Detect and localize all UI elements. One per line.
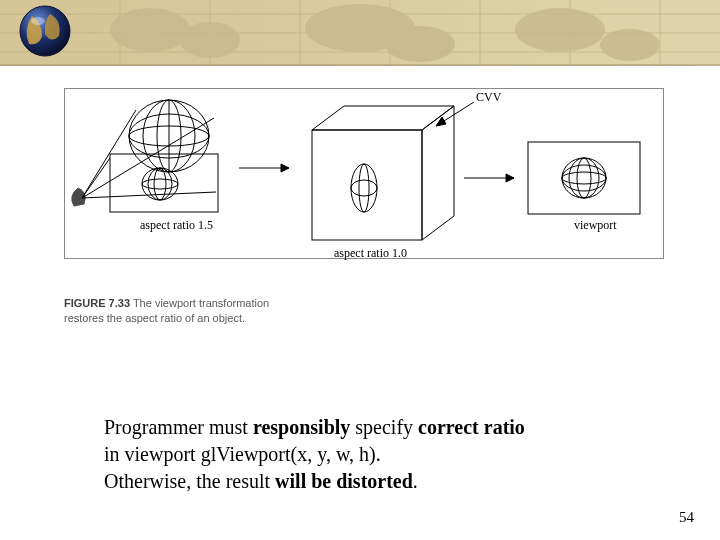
- svg-rect-30: [110, 154, 218, 212]
- svg-rect-19: [65, 89, 664, 259]
- svg-rect-37: [312, 130, 422, 240]
- svg-point-51: [577, 158, 591, 198]
- body-line-2: in viewport glViewport(x, y, w, h).: [104, 441, 624, 468]
- svg-point-31: [142, 168, 178, 200]
- svg-point-34: [148, 168, 172, 200]
- slide-banner: [0, 0, 720, 66]
- svg-point-15: [600, 29, 660, 61]
- svg-point-32: [142, 179, 178, 189]
- svg-point-40: [351, 164, 377, 212]
- svg-point-42: [359, 164, 369, 212]
- aspect-10-label: aspect ratio 1.0: [334, 246, 407, 261]
- svg-marker-46: [506, 174, 514, 182]
- svg-point-18: [31, 17, 45, 25]
- svg-point-41: [351, 180, 377, 196]
- figure-caption: FIGURE 7.33 The viewport transformation …: [64, 296, 274, 326]
- svg-point-33: [154, 168, 166, 200]
- aspect-15-label: aspect ratio 1.5: [140, 218, 213, 233]
- svg-line-28: [82, 158, 110, 198]
- svg-point-52: [569, 158, 599, 198]
- svg-point-11: [180, 22, 240, 58]
- svg-point-13: [385, 26, 455, 62]
- svg-rect-47: [528, 142, 640, 214]
- globe-icon: [18, 4, 72, 58]
- viewport-label: viewport: [574, 218, 617, 233]
- figure-caption-tag: FIGURE 7.33: [64, 297, 130, 309]
- body-line-1: Programmer must responsibly specify corr…: [104, 414, 624, 441]
- figure-7-33: CVV aspect ratio 1.5 aspect ratio 1.0 vi…: [64, 88, 664, 298]
- page-number: 54: [679, 509, 694, 526]
- svg-point-10: [110, 8, 190, 52]
- slide-body: Programmer must responsibly specify corr…: [104, 414, 624, 495]
- svg-marker-38: [312, 106, 454, 130]
- svg-point-14: [515, 8, 605, 52]
- cvv-label: CVV: [476, 90, 501, 105]
- body-line-3: Otherwise, the result will be distorted.: [104, 468, 624, 495]
- svg-marker-36: [281, 164, 289, 172]
